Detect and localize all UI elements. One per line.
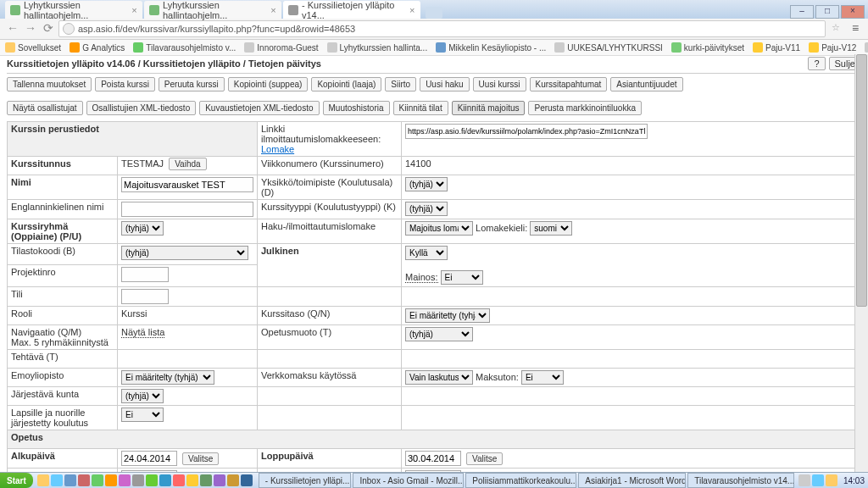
close-icon[interactable]: × [270,7,276,14]
ql-icon[interactable] [105,474,117,486]
toolbar-button[interactable]: Uusi kurssi [473,77,526,92]
emo-select[interactable]: Ei määritelty (tyhjä) [121,370,214,385]
toolbar-button[interactable]: Tallenna muutokset [7,77,92,92]
toolbar-button[interactable]: Kopiointi (laaja) [311,77,381,92]
lomake-link[interactable]: Lomake [261,144,294,154]
nimi-input[interactable] [121,177,253,192]
toolbar-button[interactable]: Peruuta kurssi [159,77,225,92]
tyyppi-select[interactable]: (tyhjä) [405,202,448,216]
ql-icon[interactable] [186,474,198,486]
taskbar-task[interactable]: Poliisiammattikorkeakoulu... [465,473,576,488]
taskbar-task[interactable]: Tilavarausohjelmisto v14... [687,473,794,488]
toolbar-button[interactable]: Asiantuntijuudet [610,77,682,92]
help-button[interactable]: ? [808,57,825,70]
bookmark-item[interactable]: UUKESA/LYHYTKURSSI [554,42,663,53]
bookmark-item[interactable]: Tilavarausohjelmisto v... [133,42,236,53]
ql-icon[interactable] [241,474,253,486]
bookmark-item[interactable]: Sovellukset [5,42,61,53]
maksuton-select[interactable]: Ei [521,370,564,385]
bookmark-item[interactable]: Paju-V12 [809,42,856,53]
ql-icon[interactable] [146,474,158,486]
ql-icon[interactable] [159,474,171,486]
ql-icon[interactable] [92,474,103,486]
tray-icon[interactable] [812,474,824,486]
loppu-valitse-button[interactable]: Valitse [466,452,503,465]
toolbar-button[interactable]: Kuvaustietojen XML-tiedosto [199,101,319,115]
hakulom-select[interactable]: Majoitus lomake [405,221,473,236]
toolbar-button[interactable]: Uusi haku [420,77,469,92]
taskbar-task[interactable]: - Kurssilietojen ylläpi... [259,473,352,488]
browser-tab[interactable]: Lyhytkurssien hallintaohjelm...× [144,1,281,19]
ql-icon[interactable] [37,474,49,486]
linkki-url-input[interactable] [405,124,648,139]
toolbar-button[interactable]: Kiinnitä majoitus [452,101,526,115]
bookmark-item[interactable]: Paju-V11 [753,42,800,53]
taskbar-task[interactable]: Inbox - Asio Gmail - Mozill... [353,473,464,488]
reload-button[interactable]: ⟳ [41,21,56,36]
eng-input[interactable] [121,202,253,217]
alku-valitse-button[interactable]: Valitse [182,452,219,465]
address-bar[interactable]: asp.asio.fi/dev/kurssivar/kurssiyllapito… [58,20,826,37]
minimize-button[interactable]: – [790,5,814,19]
toolbar-button[interactable]: Muutoshistoria [323,101,390,115]
bookmark-item[interactable]: kurki-päivitykset [671,42,744,53]
taso-select[interactable]: Ei määritetty (tyhjä) [405,308,490,323]
bookmark-item[interactable]: Lyhytkurssien hallinta... [327,42,428,53]
toolbar-button[interactable]: Siirto [385,77,416,92]
nayta-lista-link[interactable]: Näytä lista [121,327,164,338]
toolbar-button[interactable]: Osallistujien XML-tiedosto [86,101,197,115]
bookmark-item[interactable]: Pajun trackker [865,42,868,53]
toolbar-button[interactable]: Kurssitapahtumat [530,77,608,92]
close-icon[interactable]: × [409,7,415,14]
muoto-select[interactable]: (tyhjä) [405,327,473,341]
back-button[interactable]: ← [5,21,20,36]
new-tab-button[interactable] [426,7,442,19]
julkinen-select[interactable]: Kyllä [405,246,448,260]
ql-icon[interactable] [132,474,144,486]
browser-tab-active[interactable]: - Kurssilietojen ylläpito v14...× [283,1,420,19]
loppu-input[interactable] [405,451,461,466]
toolbar-button[interactable]: Poista kurssi [95,77,155,92]
scrollbar[interactable] [854,54,868,473]
vaihda-button[interactable]: Vaihda [169,158,206,170]
tili-input[interactable] [121,289,169,304]
bookmark-item[interactable]: Innoroma-Guest [244,42,318,53]
lapsille-select[interactable]: Ei [121,408,164,422]
toolbar-button[interactable]: Näytä osallistujat [7,101,83,115]
clock[interactable]: 14:03 [843,476,865,485]
menu-button[interactable]: ≡ [848,21,863,36]
forward-button[interactable]: → [23,21,38,36]
kunta-select[interactable]: (tyhjä) [121,389,164,403]
toolbar-button[interactable]: Kopiointi (suppea) [228,77,309,92]
yksikko-select[interactable]: (tyhjä) [405,177,448,191]
window-close-button[interactable]: × [841,5,865,19]
kieli-select[interactable]: suomi [530,221,572,236]
toolbar-button[interactable]: Kiinnitä tilat [393,101,448,115]
ql-icon[interactable] [51,474,63,486]
tilasto-select[interactable]: (tyhjä) [121,246,248,260]
ryhma-select[interactable]: (tyhjä) [121,221,164,236]
ql-icon[interactable] [173,474,185,486]
projektinro-input[interactable] [121,267,169,282]
scrollbar-thumb[interactable] [856,54,867,307]
ql-icon[interactable] [64,474,76,486]
bookmark-item[interactable]: Mikkelin Kesäyliopisto - ... [436,42,546,53]
bookmark-star-icon[interactable]: ☆ [829,22,843,36]
ql-icon[interactable] [214,474,225,486]
start-button[interactable]: Start [0,473,33,488]
alku-input[interactable] [121,451,177,466]
maximize-button[interactable]: □ [815,5,839,19]
browser-tab[interactable]: Lyhytkurssien hallintaohjelm...× [5,1,142,19]
ql-icon[interactable] [119,474,131,486]
ql-icon[interactable] [227,474,239,486]
toolbar-button[interactable]: Perusta markkinointiluokka [528,101,642,115]
ql-icon[interactable] [200,474,212,486]
close-icon[interactable]: × [131,7,137,14]
tray-icon[interactable] [798,474,810,486]
tray-icon[interactable] [826,474,837,486]
verkko-select[interactable]: Vain laskutus [405,370,473,385]
ql-icon[interactable] [78,474,90,486]
mainos-select[interactable]: Ei [441,270,483,285]
bookmark-item[interactable]: G Analytics [70,42,125,53]
taskbar-task[interactable]: Asiakirja1 - Microsoft Word [578,473,686,488]
